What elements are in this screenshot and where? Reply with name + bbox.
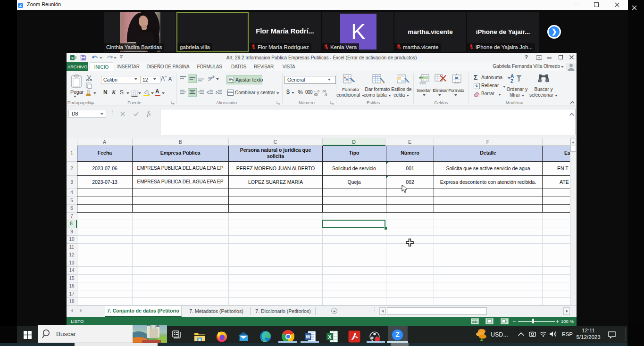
svg-text:W: W [306,334,310,339]
svg-text:ab: ab [208,76,212,80]
svg-text:→0: →0 [322,93,327,96]
svg-text:00: 00 [314,93,318,96]
svg-text:X: X [328,334,332,340]
svg-text:A: A [510,74,514,79]
svg-text:Z: Z [510,79,513,84]
